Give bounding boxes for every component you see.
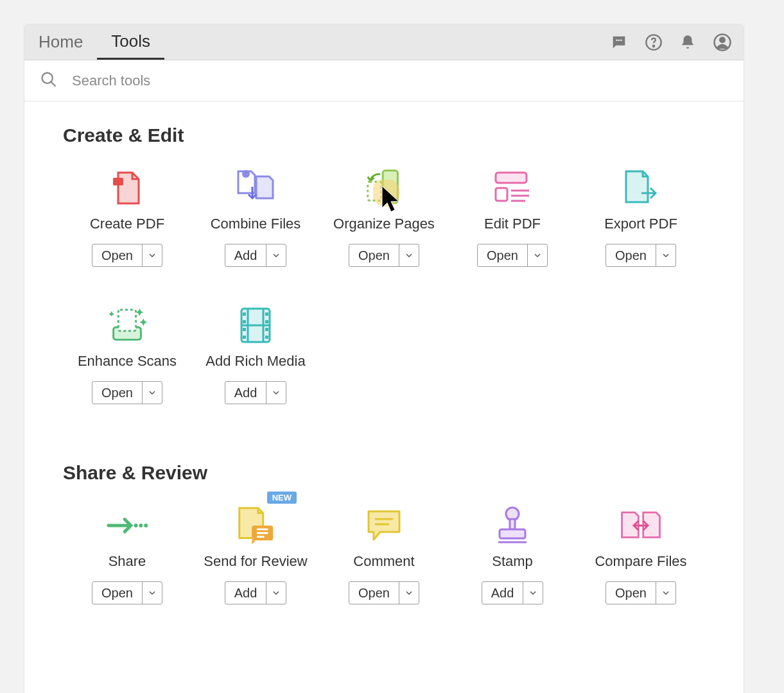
svg-rect-26: [243, 336, 246, 339]
action-button[interactable]: Add: [482, 582, 524, 604]
split-button: Add: [482, 581, 544, 604]
action-dropdown[interactable]: [143, 582, 162, 604]
tool-combine-files[interactable]: Combine Files Add: [191, 166, 320, 267]
svg-point-8: [242, 170, 250, 178]
tool-organize-pages[interactable]: Organize Pages Open: [320, 166, 448, 267]
tool-stamp[interactable]: Stamp Add: [448, 503, 577, 604]
action-button[interactable]: Add: [225, 582, 267, 604]
edit-pdf-icon: [490, 166, 535, 210]
action-dropdown[interactable]: [143, 244, 162, 266]
tab-home[interactable]: Home: [24, 24, 97, 60]
action-dropdown[interactable]: [523, 582, 543, 604]
enhance-scans-icon: [105, 303, 150, 348]
action-dropdown[interactable]: [266, 244, 286, 266]
compare-files-icon: [618, 503, 663, 548]
tool-create-pdf[interactable]: Create PDF Open: [63, 166, 191, 267]
tool-label: Organize Pages: [333, 216, 435, 232]
action-button[interactable]: Open: [478, 244, 528, 266]
tool-share[interactable]: Share Open: [63, 503, 191, 604]
tool-edit-pdf[interactable]: Edit PDF Open: [448, 166, 577, 267]
tab-home-label: Home: [39, 32, 83, 52]
search-input[interactable]: [72, 73, 744, 89]
svg-rect-28: [265, 320, 268, 323]
action-button[interactable]: Open: [92, 582, 143, 604]
svg-rect-27: [265, 312, 268, 316]
tool-grid-share-review: Share Open NEW: [63, 503, 705, 604]
svg-rect-13: [496, 188, 507, 201]
action-button[interactable]: Open: [349, 582, 399, 604]
send-for-review-icon: [233, 503, 278, 548]
action-button[interactable]: Open: [92, 244, 143, 266]
action-button[interactable]: Add: [225, 244, 267, 266]
combine-files-icon: [233, 166, 278, 210]
svg-point-4: [720, 37, 725, 42]
action-dropdown[interactable]: [266, 382, 286, 404]
svg-rect-7: [113, 178, 123, 185]
svg-rect-12: [496, 173, 527, 183]
top-toolbar: Home Tools •••: [24, 24, 744, 60]
action-dropdown[interactable]: [656, 244, 675, 266]
action-button[interactable]: Open: [606, 582, 656, 604]
account-icon[interactable]: [713, 33, 732, 52]
chat-icon[interactable]: •••: [610, 33, 628, 51]
svg-rect-38: [510, 519, 515, 529]
tool-label: Stamp: [492, 553, 533, 570]
tool-label: Add Rich Media: [205, 353, 305, 370]
action-dropdown[interactable]: [143, 382, 162, 404]
content-area: Create & Edit Create PDF Open: [24, 101, 744, 693]
organize-pages-icon: [362, 166, 406, 210]
svg-rect-30: [265, 336, 268, 339]
create-pdf-icon: [105, 166, 150, 210]
comment-icon: [362, 503, 406, 548]
tool-compare-files[interactable]: Compare Files Open: [577, 503, 705, 604]
tool-comment[interactable]: Comment Open: [320, 503, 448, 604]
tab-tools[interactable]: Tools: [97, 24, 164, 60]
tool-enhance-scans[interactable]: Enhance Scans Open: [63, 303, 191, 404]
tool-export-pdf[interactable]: Export PDF Open: [577, 166, 705, 267]
action-dropdown[interactable]: [399, 582, 419, 604]
tool-add-rich-media[interactable]: Add Rich Media Add: [191, 303, 320, 404]
app-window: Home Tools ••• Create & Edit: [24, 24, 744, 693]
svg-point-2: [653, 45, 654, 46]
action-button[interactable]: Open: [606, 244, 656, 266]
action-dropdown[interactable]: [399, 244, 419, 266]
tool-grid-create-edit: Create PDF Open Combine Files Add: [63, 166, 705, 404]
split-button: Open: [349, 581, 419, 604]
svg-rect-23: [243, 312, 246, 316]
svg-rect-24: [243, 320, 246, 323]
action-dropdown[interactable]: [656, 582, 675, 604]
stamp-icon: [490, 503, 535, 548]
split-button: Add: [225, 581, 287, 604]
svg-line-6: [51, 81, 56, 86]
tool-label: Share: [109, 553, 146, 570]
tool-label: Combine Files: [211, 216, 301, 232]
action-dropdown[interactable]: [266, 582, 286, 604]
split-button: Open: [605, 244, 676, 267]
svg-rect-29: [265, 328, 268, 331]
tool-label: Comment: [353, 553, 414, 570]
split-button: Open: [477, 244, 548, 267]
split-button: Open: [349, 244, 419, 267]
action-button[interactable]: Open: [92, 382, 143, 404]
svg-rect-25: [243, 328, 246, 331]
svg-point-5: [42, 73, 53, 83]
tool-send-for-review[interactable]: NEW Send for Review Add: [191, 503, 320, 604]
action-dropdown[interactable]: [528, 244, 547, 266]
tool-label: Edit PDF: [484, 216, 541, 232]
svg-point-33: [144, 524, 148, 527]
bell-icon[interactable]: [679, 34, 696, 51]
split-button: Open: [92, 244, 162, 267]
action-button[interactable]: Open: [349, 244, 399, 266]
svg-point-31: [134, 524, 138, 527]
section-title-create-edit: Create & Edit: [63, 124, 705, 146]
svg-point-32: [139, 524, 143, 527]
export-pdf-icon: [618, 166, 663, 210]
tool-label: Enhance Scans: [78, 353, 177, 370]
toolbar-right-icons: •••: [610, 24, 732, 60]
action-button[interactable]: Add: [225, 382, 267, 404]
split-button: Open: [92, 581, 162, 604]
split-button: Add: [225, 381, 287, 404]
help-icon[interactable]: [645, 33, 663, 51]
share-icon: [105, 503, 150, 548]
tool-label: Compare Files: [595, 553, 686, 570]
